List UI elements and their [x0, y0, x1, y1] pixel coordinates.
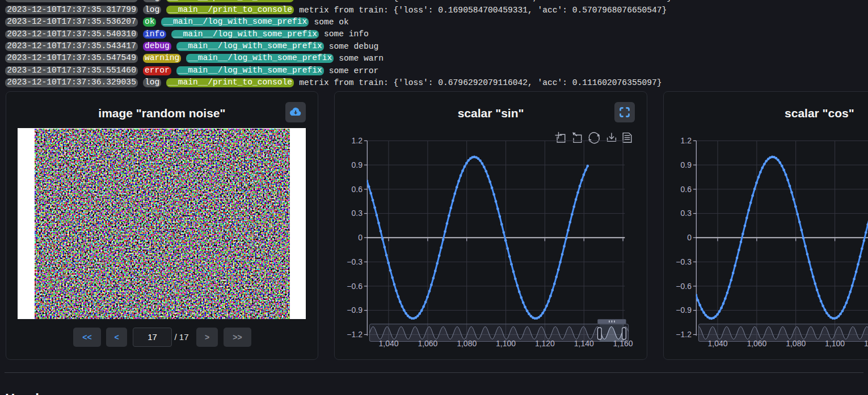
svg-text:−0.3: −0.3	[347, 257, 363, 266]
svg-text:1.2: 1.2	[352, 136, 363, 145]
svg-text:1,100: 1,100	[825, 339, 845, 348]
svg-text:1,080: 1,080	[457, 339, 477, 348]
svg-text:1,060: 1,060	[418, 339, 438, 348]
svg-text:0.3: 0.3	[352, 209, 363, 218]
svg-text:0.9: 0.9	[680, 160, 692, 169]
svg-text:0.6: 0.6	[352, 185, 363, 194]
svg-text:0.6: 0.6	[680, 185, 692, 194]
svg-text:0.9: 0.9	[352, 160, 363, 169]
svg-text:−0.9: −0.9	[676, 305, 692, 315]
svg-text:−0.9: −0.9	[347, 305, 363, 315]
svg-text:1.2: 1.2	[680, 136, 692, 145]
svg-text:1,040: 1,040	[707, 339, 727, 348]
svg-text:−1.2: −1.2	[347, 330, 363, 339]
svg-text:0.3: 0.3	[680, 209, 692, 218]
svg-text:−1.2: −1.2	[676, 330, 692, 339]
svg-text:−0.6: −0.6	[347, 282, 363, 291]
svg-text:1,100: 1,100	[496, 339, 516, 348]
svg-text:1,120: 1,120	[863, 339, 868, 348]
svg-text:1,160: 1,160	[613, 339, 633, 348]
svg-text:0: 0	[358, 233, 363, 242]
svg-text:1,040: 1,040	[379, 339, 399, 348]
svg-text:−0.6: −0.6	[676, 282, 692, 291]
svg-text:−0.3: −0.3	[676, 257, 692, 266]
svg-text:1,140: 1,140	[574, 339, 594, 348]
svg-text:1,080: 1,080	[786, 339, 806, 348]
svg-text:1,060: 1,060	[747, 339, 766, 348]
svg-text:1,120: 1,120	[535, 339, 555, 348]
svg-text:0: 0	[687, 233, 692, 242]
